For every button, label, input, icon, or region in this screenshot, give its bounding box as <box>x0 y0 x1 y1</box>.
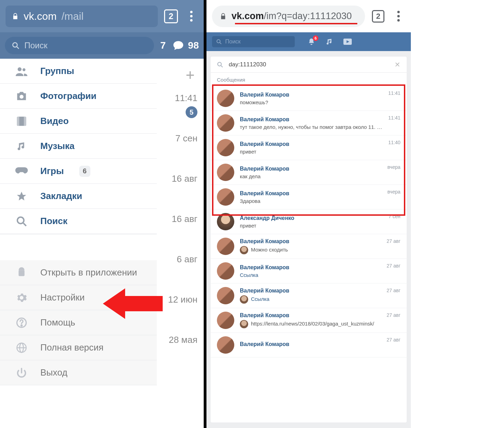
menu-item-camera[interactable]: Фотографии <box>0 84 157 109</box>
left-screenshot: vk.com/mail 2 Поиск 7 98 + 11:415 7 сен … <box>0 0 206 428</box>
avatar <box>217 238 234 255</box>
message-result-item[interactable]: Валерий Комаров привет 11:40 <box>211 135 407 160</box>
menu-label: Полная версия <box>40 342 104 353</box>
svg-line-22 <box>221 66 223 67</box>
messages-panel: day:11112030 ✕ Сообщения Валерий Комаров… <box>211 57 407 422</box>
bg-time: 16 авг <box>172 173 197 184</box>
menu-label: Видео <box>40 116 69 126</box>
message-preview: привет <box>240 223 383 229</box>
menu-item-music[interactable]: Музыка <box>0 134 157 159</box>
menu-item-android[interactable]: Открыть в приложении <box>0 260 157 285</box>
message-result-item[interactable]: Валерий Комаров 27 авг <box>211 333 407 357</box>
sender-name: Валерий Комаров <box>240 141 383 147</box>
tabs-button[interactable]: 2 <box>372 10 384 23</box>
message-result-item[interactable]: Валерий Комаров Можно сходить 27 авг <box>211 234 407 259</box>
star-icon <box>15 190 28 203</box>
gear-icon <box>15 291 28 304</box>
svg-point-18 <box>217 40 220 43</box>
vk-header-left: Поиск 7 98 <box>0 32 204 59</box>
message-time: 27 авг <box>387 238 400 244</box>
browser-menu-icon[interactable] <box>391 9 405 23</box>
groups-icon <box>15 65 28 77</box>
lock-icon <box>220 12 227 20</box>
svg-line-9 <box>23 223 26 226</box>
sender-name: Валерий Комаров <box>240 166 382 172</box>
message-result-item[interactable]: Валерий Комаров как дела вчера <box>211 160 407 185</box>
address-bar[interactable]: vk.com/im?q=day:11112030 <box>212 6 365 27</box>
browser-chrome-right: vk.com/im?q=day:11112030 2 <box>206 0 411 32</box>
browser-menu-icon[interactable] <box>184 9 198 23</box>
bell-badge: 6 <box>313 35 318 41</box>
message-time: 27 авг <box>387 263 400 269</box>
unread-badge: 5 <box>186 106 197 118</box>
music-icon[interactable] <box>325 38 334 46</box>
message-result-item[interactable]: Александр Диченко привет 7 сен <box>211 209 407 234</box>
message-time: вчера <box>388 164 400 170</box>
svg-point-0 <box>13 43 17 47</box>
menu-item-power[interactable]: Выход <box>0 360 157 385</box>
message-result-item[interactable]: Валерий Комаров Здарова вчера <box>211 185 407 209</box>
menu-item-search[interactable]: Поиск <box>0 209 157 234</box>
globe-icon <box>15 341 28 354</box>
message-result-item[interactable]: Валерий Комаров поможешь? 11:41 <box>211 86 407 111</box>
message-time: 11:41 <box>388 115 400 121</box>
menu-label: Открыть в приложении <box>40 267 137 278</box>
bg-time: 7 сен <box>175 133 197 144</box>
message-preview: Можно сходить <box>240 246 381 254</box>
own-avatar-icon <box>240 320 248 328</box>
menu-item-groups[interactable]: Группы <box>0 59 157 84</box>
menu-item-help[interactable]: Помощь <box>0 310 157 335</box>
address-bar[interactable]: vk.com/mail <box>6 6 158 27</box>
menu-label: Группы <box>40 66 74 76</box>
compose-icon[interactable]: + <box>186 66 195 84</box>
own-avatar-icon <box>240 246 248 254</box>
notifications-count[interactable]: 7 <box>160 40 166 51</box>
menu-item-video[interactable]: Видео <box>0 109 157 134</box>
lock-icon <box>12 12 19 20</box>
svg-point-21 <box>218 62 221 66</box>
im-search-value: day:11112030 <box>229 61 266 68</box>
message-result-item[interactable]: Валерий Комаров https://lenta.ru/news/20… <box>211 308 407 333</box>
vk-search-input[interactable]: Поиск <box>5 37 154 54</box>
own-avatar-icon <box>240 295 248 304</box>
avatar <box>217 287 234 304</box>
avatar <box>217 164 234 181</box>
sender-name: Валерий Комаров <box>240 312 381 319</box>
messages-icon[interactable] <box>172 40 185 51</box>
video-play-icon[interactable] <box>343 38 352 46</box>
power-icon <box>15 367 28 379</box>
menu-label: Закладки <box>40 191 82 201</box>
sender-name: Валерий Комаров <box>240 264 381 271</box>
tabs-button[interactable]: 2 <box>164 9 178 23</box>
message-result-item[interactable]: Валерий Комаров Ссылка 27 авг <box>211 283 407 308</box>
message-result-item[interactable]: Валерий Комаров тут такое дело, нужно, ч… <box>211 111 407 135</box>
svg-rect-10 <box>19 270 25 276</box>
menu-label: Выход <box>40 367 67 378</box>
svg-point-8 <box>17 217 24 224</box>
im-search-row[interactable]: day:11112030 ✕ <box>211 57 407 73</box>
sender-name: Валерий Комаров <box>240 116 383 123</box>
right-screenshot: vk.com/im?q=day:11112030 2 Поиск 6 <box>206 0 411 428</box>
search-placeholder: Поиск <box>225 39 241 45</box>
menu-item-games[interactable]: Игры 6 <box>0 159 157 184</box>
message-preview: тут такое дело, нужно, чтобы ты помог за… <box>240 124 383 130</box>
url-underline-annotation <box>235 23 357 24</box>
vk-search-input[interactable]: Поиск <box>212 36 295 47</box>
clear-search-icon[interactable]: ✕ <box>395 60 400 69</box>
svg-point-14 <box>21 325 22 326</box>
message-time: 27 авг <box>387 312 400 318</box>
message-result-item[interactable]: Валерий Комаров Ссылка 27 авг <box>211 259 407 283</box>
message-time: 11:41 <box>388 90 400 96</box>
menu-label: Помощь <box>40 317 75 328</box>
menu-item-star[interactable]: Закладки <box>0 184 157 209</box>
svg-line-1 <box>17 47 19 49</box>
section-header: Сообщения <box>211 73 407 86</box>
bell-icon[interactable]: 6 <box>307 38 316 46</box>
sender-name: Валерий Комаров <box>240 190 382 197</box>
message-preview: Ссылка <box>240 272 381 278</box>
menu-item-globe[interactable]: Полная версия <box>0 335 157 360</box>
camera-icon <box>15 90 28 102</box>
url-domain: vk.com <box>24 10 57 22</box>
sender-name: Александр Диченко <box>240 215 383 221</box>
avatar <box>217 312 234 329</box>
